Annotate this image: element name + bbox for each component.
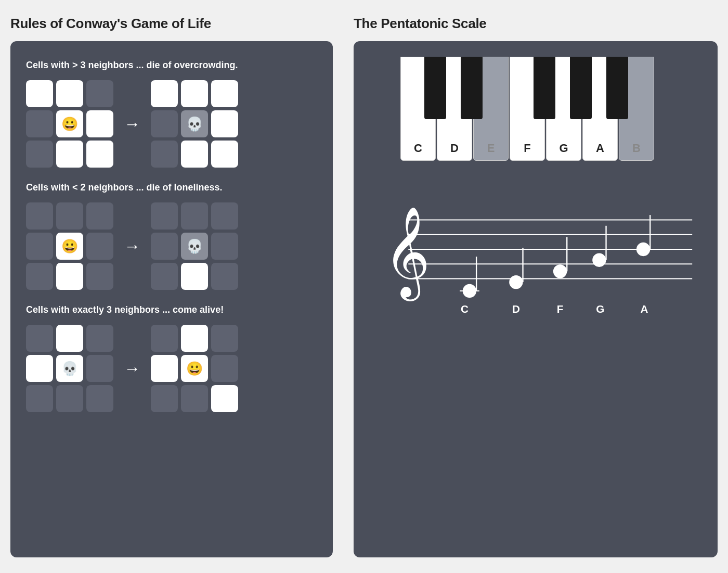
cell [151, 202, 178, 230]
rule-overcrowding: Cells with > 3 neighbors ... die of over… [26, 60, 317, 168]
piano-key-E[interactable]: E [473, 57, 509, 161]
cell-skull: 💀 [56, 355, 83, 382]
cell [151, 385, 178, 412]
loneliness-before-grid: 😀 [26, 202, 113, 290]
arrow: → [124, 237, 140, 256]
note-C [463, 284, 476, 298]
note-D [509, 275, 523, 289]
piano-keyboard: C D E F G [400, 57, 671, 161]
overcrowding-after-grid: 💀 [151, 80, 238, 168]
birth-before-grid: 💀 [26, 325, 113, 412]
cell [86, 202, 113, 230]
cell [211, 325, 238, 352]
cell [86, 80, 113, 107]
cell [211, 80, 238, 107]
rule-birth-demo: 💀 → 😀 [26, 325, 317, 412]
cell [86, 385, 113, 412]
svg-text:F: F [557, 303, 564, 315]
cell [211, 385, 238, 412]
piano-key-D[interactable]: D [437, 57, 472, 161]
cell [86, 355, 113, 382]
cell [211, 202, 238, 230]
rule-loneliness-demo: 😀 → 💀 [26, 202, 317, 290]
key-label-A: A [596, 142, 604, 155]
cell [151, 355, 178, 382]
cell [56, 263, 83, 290]
piano-key-B[interactable]: B [619, 57, 654, 161]
cell [211, 141, 238, 168]
arrow: → [124, 359, 140, 378]
overcrowding-before-grid: 😀 [26, 80, 113, 168]
loneliness-after-grid: 💀 [151, 202, 238, 290]
cell [56, 80, 83, 107]
right-panel: C D E F G [354, 41, 718, 557]
svg-text:C: C [461, 303, 469, 315]
music-staff-svg: 𝄞 [369, 176, 702, 322]
key-label-E: E [487, 142, 495, 155]
cell [26, 385, 53, 412]
svg-text:G: G [596, 303, 604, 315]
cell [26, 110, 53, 137]
cell [26, 202, 53, 230]
rule-birth-text: Cells with exactly 3 neighbors ... come … [26, 304, 317, 315]
birth-after-grid: 😀 [151, 325, 238, 412]
cell [56, 141, 83, 168]
cell [151, 233, 178, 260]
cell [181, 385, 208, 412]
left-panel: Cells with > 3 neighbors ... die of over… [10, 41, 333, 557]
rule-overcrowding-demo: 😀 → 💀 [26, 80, 317, 168]
cell [181, 202, 208, 230]
piano-white-keys: C D E F G [400, 57, 671, 161]
rule-loneliness-text: Cells with < 2 neighbors ... die of lone… [26, 182, 317, 193]
right-panel-title: The Pentatonic Scale [354, 16, 487, 31]
cell [211, 233, 238, 260]
cell [56, 325, 83, 352]
key-label-G: G [559, 142, 568, 155]
note-F [553, 264, 567, 278]
cell [151, 141, 178, 168]
cell [151, 80, 178, 107]
cell-smiley: 😀 [56, 233, 83, 260]
note-A [636, 243, 650, 256]
svg-text:𝄞: 𝄞 [384, 208, 430, 301]
svg-text:D: D [512, 303, 520, 315]
piano-key-A[interactable]: A [582, 57, 618, 161]
cell [86, 325, 113, 352]
note-G [592, 253, 606, 267]
piano-key-F[interactable]: F [510, 57, 545, 161]
cell [181, 263, 208, 290]
key-label-D: D [450, 142, 459, 155]
piano-key-G[interactable]: G [546, 57, 581, 161]
cell [86, 263, 113, 290]
cell [56, 202, 83, 230]
cell [56, 385, 83, 412]
cell-smiley: 😀 [181, 355, 208, 382]
key-label-B: B [632, 142, 641, 155]
arrow: → [124, 114, 140, 134]
svg-text:A: A [640, 303, 648, 315]
music-staff-container: 𝄞 [369, 176, 702, 322]
cell [151, 325, 178, 352]
cell-skull: 💀 [181, 233, 208, 260]
cell [151, 263, 178, 290]
left-panel-title: Rules of Conway's Game of Life [10, 16, 211, 31]
cell [26, 263, 53, 290]
cell [26, 233, 53, 260]
cell [26, 80, 53, 107]
rule-loneliness: Cells with < 2 neighbors ... die of lone… [26, 182, 317, 290]
piano-key-C[interactable]: C [400, 57, 436, 161]
piano-wrapper: C D E F G [369, 57, 702, 161]
cell [211, 263, 238, 290]
cell [26, 325, 53, 352]
cell [151, 110, 178, 137]
cell-skull: 💀 [181, 110, 208, 137]
cell-smiley: 😀 [56, 110, 83, 137]
cell [86, 110, 113, 137]
cell [211, 110, 238, 137]
rule-birth: Cells with exactly 3 neighbors ... come … [26, 304, 317, 412]
cell [26, 141, 53, 168]
cell [181, 141, 208, 168]
cell [86, 141, 113, 168]
key-label-C: C [414, 142, 422, 155]
cell [181, 80, 208, 107]
